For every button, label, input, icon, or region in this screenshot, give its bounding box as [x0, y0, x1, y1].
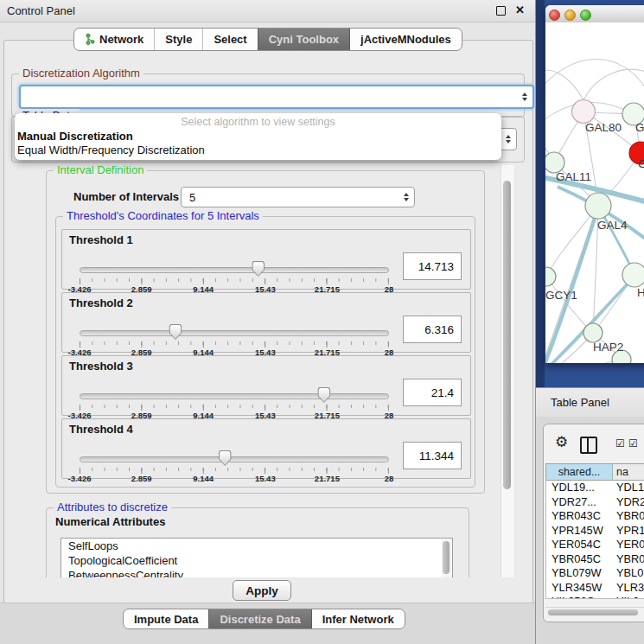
tab-cyni-toolbox-label: Cyni Toolbox	[269, 33, 339, 46]
network-window-titlebar[interactable]	[545, 5, 644, 23]
table-row[interactable]: YIL052CYIL0	[546, 595, 644, 599]
list-item[interactable]: BetweennessCentrality	[61, 568, 452, 577]
thresholds-group: Threshold's Coordinates for 5 Intervals …	[55, 216, 475, 488]
attributes-group: Attributes to discretize Numerical Attri…	[46, 507, 469, 577]
tab-cyni-toolbox[interactable]: Cyni Toolbox	[258, 29, 349, 50]
table-row[interactable]: YPR145WYPR1	[546, 524, 644, 539]
tab-select-label: Select	[214, 33, 246, 46]
threshold-4-slider[interactable]: -3.4262.8599.14415.4321.71528	[80, 450, 389, 478]
discretization-algorithm-group: Discretization Algorithm	[11, 73, 525, 118]
table-panel-header: Table Panel	[536, 387, 644, 418]
spinner-icon	[506, 135, 511, 143]
bottom-tabbar: Impute Data Discretize Data Infer Networ…	[123, 609, 405, 629]
tab-jactivemnodules-label: jActiveMNodules	[360, 33, 451, 46]
network-canvas[interactable]: GAL80 GA C GAL11 GAL4 GCY1 H HAP2	[545, 22, 644, 363]
settings-vertical-scrollbar[interactable]	[501, 165, 514, 577]
control-panel: Control Panel ✕ Network Style Select Cyn…	[0, 0, 536, 644]
threshold-3-slider[interactable]: -3.4262.8599.14415.4321.71528	[80, 387, 389, 415]
node-gal4[interactable]	[585, 193, 611, 219]
attributes-list-scrollbar[interactable]	[442, 539, 451, 577]
table-horizontal-scrollbar[interactable]	[545, 607, 644, 617]
tab-jactivemnodules[interactable]: jActiveMNodules	[349, 29, 462, 50]
slider-thumb[interactable]	[317, 387, 330, 403]
table-row[interactable]: YDR27...YDR2	[546, 495, 644, 510]
slider-thumb[interactable]	[252, 261, 265, 277]
tab-style[interactable]: Style	[154, 29, 202, 50]
scale-label: 9.144	[193, 474, 214, 483]
slider-track[interactable]	[80, 330, 389, 336]
zoom-traffic-light[interactable]	[580, 10, 591, 21]
checkbox-checked-icon[interactable]: ☑	[615, 438, 625, 449]
slider-track[interactable]	[80, 267, 389, 273]
table-row[interactable]: YBL079WYBL0	[546, 566, 644, 581]
checkbox-checked-icon[interactable]: ☑	[628, 438, 638, 449]
settings-scroll-area: Interval Definition Number of Intervals …	[11, 165, 523, 577]
table-row[interactable]: YBR045CYBR0	[546, 552, 644, 567]
tab-network[interactable]: Network	[74, 29, 154, 50]
threshold-1-label: Threshold 1	[69, 233, 133, 246]
list-item[interactable]: SelfLoops	[61, 539, 452, 553]
algorithm-dropdown-popup: Select algorithm to view settings Manual…	[15, 113, 501, 160]
gear-icon[interactable]: ⚙	[555, 435, 568, 450]
algorithm-option-equal-width[interactable]: Equal Width/Frequency Discretization	[15, 143, 501, 157]
tab-discretize-data[interactable]: Discretize Data	[208, 609, 310, 628]
column-header-name[interactable]: na	[613, 464, 644, 480]
threshold-1-panel: Threshold 1 -3.4262.8599.14415.4321.7152…	[61, 229, 471, 290]
number-of-intervals-label: Number of Intervals	[73, 190, 179, 203]
tab-infer-network[interactable]: Infer Network	[311, 609, 405, 628]
node-gal80[interactable]	[572, 100, 596, 124]
node-gcy1[interactable]	[545, 267, 556, 286]
node-label: HAP2	[593, 341, 623, 354]
table-row[interactable]: YBR043CYBR0	[546, 509, 644, 524]
scale-label: -3.426	[68, 474, 92, 483]
scale-label: 21.715	[315, 474, 340, 483]
threshold-3-value-field[interactable]: 21.4	[403, 379, 462, 406]
scrollbar-thumb[interactable]	[503, 181, 511, 489]
bottom-strip: Impute Data Discretize Data Infer Networ…	[0, 603, 535, 644]
threshold-1-value-field[interactable]: 14.713	[403, 252, 462, 280]
scale-label: 28	[385, 474, 394, 483]
thresholds-legend: Threshold's Coordinates for 5 Intervals	[63, 209, 263, 222]
threshold-2-slider[interactable]: -3.4262.8599.14415.4321.71528	[80, 324, 389, 352]
node-hap2[interactable]	[583, 323, 603, 342]
threshold-1-slider[interactable]: -3.4262.8599.14415.4321.71528	[80, 261, 389, 289]
list-item[interactable]: TopologicalCoefficient	[61, 553, 452, 568]
tab-impute-data[interactable]: Impute Data	[124, 609, 208, 628]
table-row[interactable]: YDL19...YDL1	[546, 481, 644, 495]
table-panel-title: Table Panel	[551, 388, 609, 417]
slider-track[interactable]	[80, 393, 389, 399]
slider-thumb[interactable]	[169, 324, 182, 340]
table-panel-inner: ⚙ ☑ ☑ shared... na YDL19...YDL1 YDR27...…	[543, 424, 644, 622]
threshold-2-value-field[interactable]: 6.316	[403, 316, 462, 343]
control-panel-tabbar: Network Style Select Cyni Toolbox jActiv…	[73, 28, 462, 51]
scrollbar-thumb[interactable]	[548, 609, 638, 615]
tab-select[interactable]: Select	[202, 29, 257, 50]
threshold-2-panel: Threshold 2 -3.4262.8599.14415.4321.7152…	[61, 292, 471, 353]
minimize-traffic-light[interactable]	[564, 10, 576, 21]
algorithm-option-manual[interactable]: Manual Discretization	[15, 130, 501, 143]
split-columns-icon[interactable]	[580, 437, 597, 454]
slider-thumb[interactable]	[219, 450, 232, 466]
numerical-attributes-list: SelfLoops TopologicalCoefficient Between…	[61, 538, 453, 577]
number-of-intervals-value: 5	[189, 191, 195, 204]
attributes-legend: Attributes to discretize	[54, 501, 171, 513]
algorithm-combobox[interactable]	[19, 85, 534, 109]
tab-network-label: Network	[99, 33, 143, 46]
threshold-3-label: Threshold 3	[69, 360, 133, 373]
node-table: shared... na YDL19...YDL1 YDR27...YDR2 Y…	[545, 463, 644, 599]
cyni-toolbox-panel: Discretization Algorithm Select algorith…	[3, 40, 533, 604]
close-icon[interactable]: ✕	[515, 0, 525, 21]
close-traffic-light[interactable]	[549, 10, 560, 21]
float-window-icon[interactable]	[496, 6, 506, 16]
number-of-intervals-combobox[interactable]: 5	[181, 187, 415, 207]
slider-track[interactable]	[80, 456, 389, 462]
spinner-icon	[404, 193, 409, 201]
table-row[interactable]: YER054CYER0	[546, 538, 644, 552]
discretization-algorithm-legend: Discretization Algorithm	[19, 67, 143, 80]
scale-label: 2.859	[131, 474, 152, 483]
node-h[interactable]	[622, 263, 644, 287]
threshold-4-value-field[interactable]: 11.344	[403, 442, 462, 469]
column-header-shared-name[interactable]: shared...	[546, 464, 613, 480]
table-row[interactable]: YLR345WYLR3	[546, 581, 644, 596]
apply-button[interactable]: Apply	[233, 580, 291, 601]
